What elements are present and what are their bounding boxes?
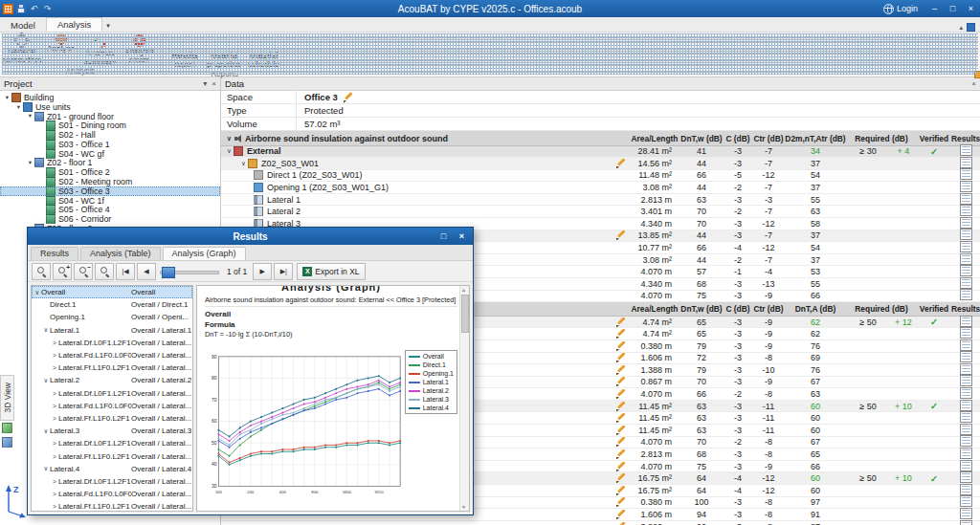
results-button[interactable] [960,327,972,339]
maximize-button[interactable] [944,0,962,17]
edit-pencil-icon[interactable] [616,426,626,435]
tab-analysis-graph[interactable]: Analysis (Graph) [163,247,246,260]
results-tree-item[interactable]: ∨Lateral.2Overall / Lateral.2 [32,374,192,386]
plan-view-icon[interactable] [2,437,12,448]
report-scrollbar[interactable] [459,286,469,511]
table-row[interactable]: Direct 1 (Z02_S03_W01)11.48 m²66-5-1254 [221,170,980,183]
table-row[interactable]: External28.41 m²41-3-734≥ 30+ 4 [221,146,980,159]
undo-icon[interactable]: ↶ [29,4,39,13]
tab-analysis-table[interactable]: Analysis (Table) [80,247,161,260]
chevron-down-icon[interactable] [239,160,248,167]
results-tree-item[interactable]: >Lateral.Fd.L1F0.L0F0Overall / Lateral..… [32,488,192,500]
save-icon[interactable] [16,4,26,13]
project-tree-item[interactable]: ▾Z02 - floor 1 [0,159,220,168]
zoom-out-icon[interactable]: − [74,263,93,280]
edit-pencil-icon[interactable] [616,377,626,386]
edit-pencil-icon[interactable] [616,230,626,240]
edit-pencil-icon[interactable] [616,341,626,351]
results-tree-item[interactable]: Opening.1Overall / Openi... [32,311,192,323]
project-tree-item[interactable]: S04 - WC 1f [0,196,220,206]
tab-analysis[interactable]: Analysis [46,17,102,32]
zoom-in-icon[interactable]: + [53,263,72,280]
project-tree-item[interactable]: S03 - Office 3 [0,186,220,196]
results-button[interactable] [960,277,972,289]
results-button[interactable] [960,508,972,519]
results-button[interactable] [960,351,972,362]
edit-pencil-icon[interactable] [616,497,626,507]
results-tree-item[interactable]: >Lateral.Df.L0F1.L2F1Overall / Lateral..… [32,337,192,349]
project-tree-item[interactable]: ▾Use units [0,102,220,112]
edit-pencil-icon[interactable] [616,402,626,411]
chevron-down-icon[interactable] [225,135,234,142]
table-row[interactable]: 3.820 m90-3-887 [221,521,980,525]
close-button[interactable] [962,0,980,17]
results-button[interactable] [960,424,972,435]
edit-pencil-icon[interactable] [616,522,626,525]
project-tree-item[interactable]: S04 - WC gf [0,149,220,159]
results-button[interactable] [960,265,972,276]
results-button[interactable] [960,144,972,156]
dialog-maximize-button[interactable] [434,228,453,245]
results-button[interactable] [960,168,972,180]
results-tree-item[interactable]: >Lateral.Ff.L1F0.L2F1Overall / Lateral..… [32,500,192,512]
project-tree-item[interactable]: S05 - Office 4 [0,206,220,215]
project-tree-item[interactable]: S02 - Meeting room [0,177,220,186]
tab-results[interactable]: Results [31,247,78,260]
report-scrollbar-thumb[interactable] [461,295,469,333]
edit-pencil-icon[interactable] [616,473,626,483]
minimize-button[interactable] [925,0,944,17]
results-button[interactable] [960,193,972,205]
project-tree-item[interactable]: ▾Building [0,93,220,102]
results-button[interactable] [960,157,972,168]
export-xlsx-button[interactable]: Export in XL [297,263,365,280]
edit-pencil-icon[interactable] [616,159,626,168]
edit-pencil-icon[interactable] [616,437,626,447]
table-row[interactable]: Opening 1 (Z02_S03_W01_G1)3.08 m²44-2-73… [221,182,980,194]
results-button[interactable] [960,181,972,192]
edit-pencil-icon[interactable] [616,317,626,327]
results-button[interactable] [960,375,972,386]
next-page-button[interactable] [253,263,272,280]
results-tree-item[interactable]: Direct.1Overall / Direct.1 [32,298,192,311]
results-button[interactable] [960,289,972,300]
table-row[interactable]: Lateral 23.401 m70-2-763 [221,206,980,218]
results-button[interactable] [960,448,972,459]
tab-overflow-icon[interactable]: ▾ [102,22,114,32]
panel-close-icon[interactable] [212,79,216,88]
project-tree-item[interactable]: S02 - Hall [0,130,220,140]
results-tree-item[interactable]: >Lateral.Df.L0F1.L2F1Overall / Lateral..… [32,475,192,488]
results-button[interactable] [960,495,972,507]
results-tree-item[interactable]: ∨OverallOverall [32,286,192,298]
results-tree-item[interactable]: >Lateral.Fd.L1F0.L0F0Overall / Lateral..… [32,400,192,412]
results-tree-item[interactable]: >Lateral.Ff.L1F0.L2F1Overall / Lateral..… [32,449,192,462]
results-tree-item[interactable]: >Lateral.Df.L0F1.L2F1Overall / Lateral..… [32,387,192,400]
results-button[interactable] [960,316,972,327]
login-button[interactable]: Login [876,4,925,14]
edit-space-pencil-icon[interactable] [344,93,353,102]
window-layout-icon[interactable] [967,23,975,32]
results-button[interactable] [960,435,972,447]
zoom-select-icon[interactable] [95,263,114,280]
results-tree-item[interactable]: >Lateral.Df.L0F1.L2F1Overall / Lateral..… [32,437,192,449]
last-page-button[interactable] [274,263,293,280]
data-panel-close-icon[interactable] [971,79,976,88]
chevron-down-icon[interactable] [225,147,234,155]
first-page-button[interactable] [116,263,135,280]
project-tree-item[interactable]: S01 - Dining room [0,120,220,130]
results-tree-item[interactable]: >Lateral.Fd.L1F0.L0F0Overall / Lateral..… [32,349,192,361]
results-button[interactable] [960,205,972,216]
project-tree-item[interactable]: S01 - Office 2 [0,167,220,177]
results-button[interactable] [960,241,972,252]
results-button[interactable] [960,400,972,411]
edit-pencil-icon[interactable] [616,510,626,519]
edit-pencil-icon[interactable] [616,353,626,362]
edit-pencil-icon[interactable] [616,449,626,459]
results-button[interactable] [960,471,972,483]
dialog-close-button[interactable] [453,228,471,245]
tab-model[interactable]: Model [0,19,46,32]
edit-pencil-icon[interactable] [616,389,626,399]
results-dialog-titlebar[interactable]: Results [28,228,473,245]
results-button[interactable] [960,229,972,240]
table-row[interactable]: Lateral 12.813 m63-3-355 [221,194,980,207]
redo-icon[interactable]: ↷ [42,4,53,13]
